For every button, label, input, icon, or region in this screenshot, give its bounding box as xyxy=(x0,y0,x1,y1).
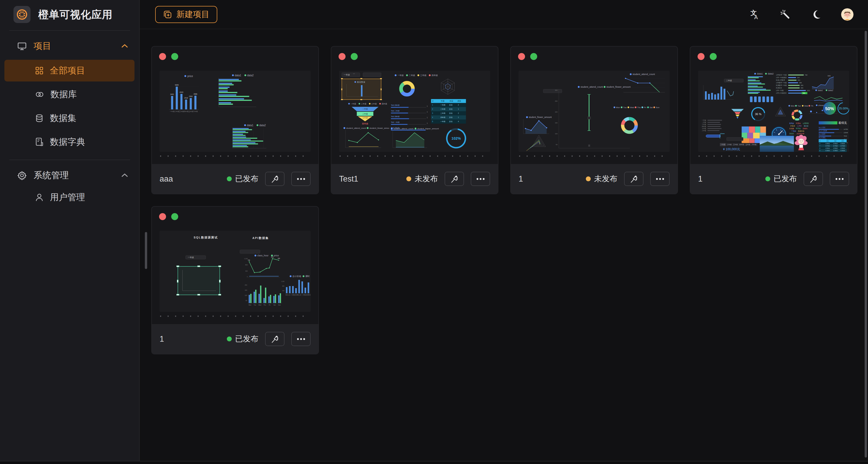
build-button[interactable] xyxy=(265,332,284,346)
status-label: 未发布 xyxy=(594,174,617,184)
svg-text:课时: 课时 xyxy=(306,275,310,278)
sidebar-item-data-dict[interactable]: 数据字典 xyxy=(4,131,134,153)
svg-text:悉尼大街: 悉尼大街 xyxy=(798,130,805,132)
svg-text:Test 四年级: Test 四年级 xyxy=(391,104,400,106)
svg-text:2964: 2964 xyxy=(189,95,193,97)
sidebar: 橙单可视化应用 项目 全部项目 xyxy=(0,0,140,461)
build-button[interactable] xyxy=(624,172,644,186)
project-card[interactable]: price 3491 5895 4043 xyxy=(151,46,319,194)
svg-text:798: 798 xyxy=(805,74,808,76)
sidebar-section-label: 项目 xyxy=(34,40,51,52)
svg-text:行5列1: 行5列1 xyxy=(826,148,830,149)
chevron-up-icon xyxy=(121,173,128,178)
status-badge: 未发布 xyxy=(406,174,438,184)
svg-text:春风路: 春风路 xyxy=(789,123,794,124)
project-thumbnail: price 3491 5895 4043 xyxy=(160,71,311,152)
svg-text:二年级: 二年级 xyxy=(361,103,367,105)
svg-text:五年级: 五年级 xyxy=(702,128,706,129)
more-button[interactable] xyxy=(291,172,311,186)
svg-text:data1: data1 xyxy=(818,89,823,92)
project-thumbnail: SQL数据源测试 API数据集 一年级 xyxy=(160,231,311,312)
svg-text:Thu: Thu xyxy=(637,106,641,109)
svg-text:行3列1: 行3列1 xyxy=(826,150,830,152)
right-scrollbar-thumb[interactable] xyxy=(865,31,867,458)
project-card[interactable]: 二年级 data1 data2 xyxy=(690,46,858,194)
svg-text:英语: 英语 xyxy=(449,104,453,106)
svg-text:东水路: 东水路 xyxy=(789,127,794,130)
sidebar-item-user-mgmt[interactable]: 用户管理 xyxy=(4,186,134,208)
svg-text:合计价格: 合计价格 xyxy=(292,275,302,278)
left-scrollbar-thumb[interactable] xyxy=(145,232,147,269)
svg-text:7642: 7642 xyxy=(844,135,847,137)
traffic-dots xyxy=(152,207,318,220)
status-label: 已发布 xyxy=(235,174,258,184)
magic-wand-icon[interactable] xyxy=(779,8,792,21)
project-card[interactable]: 一年级 献花数量 xyxy=(331,46,498,194)
build-button[interactable] xyxy=(804,172,823,186)
red-dot-icon xyxy=(159,213,166,220)
user-icon xyxy=(35,193,44,202)
svg-text:2: 2 xyxy=(432,108,433,110)
project-card[interactable]: SQL数据源测试 API数据集 一年级 xyxy=(151,206,319,354)
svg-text:行7列2: 行7列2 xyxy=(833,145,838,147)
svg-text:四年级: 四年级 xyxy=(184,111,189,113)
user-avatar[interactable] xyxy=(841,8,854,21)
svg-text:1111: 1111 xyxy=(828,75,831,76)
svg-text:乡亲街乡里: 乡亲街乡里 xyxy=(797,133,805,135)
more-button[interactable] xyxy=(650,172,670,186)
svg-text:大津小学数学: 大津小学数学 xyxy=(776,79,785,81)
svg-text:Sat: Sat xyxy=(650,106,653,109)
sidebar-item-label: 数据集 xyxy=(50,112,76,124)
svg-text:102%: 102% xyxy=(452,136,461,141)
database-icon xyxy=(35,114,44,123)
mini-dashboard-preview: SQL数据源测试 API数据集 一年级 xyxy=(160,231,311,312)
sidebar-item-dataset[interactable]: 数据集 xyxy=(4,107,134,129)
svg-text:Wed: Wed xyxy=(258,304,261,306)
svg-text:行9列2: 行9列2 xyxy=(833,143,838,145)
build-button[interactable] xyxy=(444,172,464,186)
svg-text:四年级: 四年级 xyxy=(432,74,438,76)
svg-text:price: price xyxy=(274,254,279,257)
new-project-label: 新建项目 xyxy=(176,9,210,20)
svg-text:1: 1 xyxy=(427,105,428,107)
svg-text:student_flower_amount: student_flower_amount xyxy=(529,116,552,119)
more-button[interactable] xyxy=(830,172,849,186)
chevron-up-icon xyxy=(121,44,128,49)
svg-text:一年级: 一年级 xyxy=(344,74,350,76)
svg-text:Sun: Sun xyxy=(278,304,281,306)
svg-text:student_attend_count: student_attend_count xyxy=(581,86,603,88)
svg-text:1: 1 xyxy=(458,108,459,110)
svg-text:¥ 100,000元: ¥ 100,000元 xyxy=(723,148,740,151)
svg-text:天安乡: 天安乡 xyxy=(790,125,795,127)
language-icon[interactable]: 文 A xyxy=(748,8,761,21)
svg-text:150: 150 xyxy=(245,289,247,291)
bottom-edge-bar xyxy=(0,461,868,464)
sidebar-section-system[interactable]: 系统管理 xyxy=(0,166,139,184)
thumbnail-dots-row xyxy=(340,155,490,157)
status-badge: 已发布 xyxy=(765,174,797,184)
project-grid: price 3491 5895 4043 xyxy=(140,29,868,461)
project-name: aaa xyxy=(160,174,220,184)
svg-text:行3列2: 行3列2 xyxy=(833,150,838,152)
svg-text:六年级: 六年级 xyxy=(702,130,706,131)
red-dot-icon xyxy=(698,53,705,60)
dark-mode-moon-icon[interactable] xyxy=(810,8,823,21)
more-button[interactable] xyxy=(471,172,490,186)
svg-text:13548: 13548 xyxy=(844,132,848,133)
project-card[interactable]: student_attend_count student_attend_coun… xyxy=(510,46,678,194)
sidebar-section-projects[interactable]: 项目 xyxy=(0,37,139,55)
sidebar-item-all-projects[interactable]: 全部项目 xyxy=(4,60,134,82)
project-thumbnail: 二年级 data1 data2 xyxy=(698,71,849,152)
svg-text:250: 250 xyxy=(555,100,558,102)
svg-text:Test 四年级: Test 四年级 xyxy=(391,116,400,117)
svg-text:三年级: 三年级 xyxy=(733,144,738,145)
sidebar-item-database[interactable]: 数据库 xyxy=(4,84,134,105)
svg-text:小学二年级语文: 小学二年级语文 xyxy=(776,92,787,94)
more-button[interactable] xyxy=(291,332,311,346)
svg-text:data2: data2 xyxy=(247,74,254,77)
build-button[interactable] xyxy=(265,172,284,186)
svg-text:大津语文: 大津语文 xyxy=(776,87,782,89)
app-window: 橙单可视化应用 项目 全部项目 xyxy=(0,0,868,461)
svg-text:2: 2 xyxy=(458,104,459,106)
new-project-button[interactable]: 新建项目 xyxy=(155,6,217,23)
